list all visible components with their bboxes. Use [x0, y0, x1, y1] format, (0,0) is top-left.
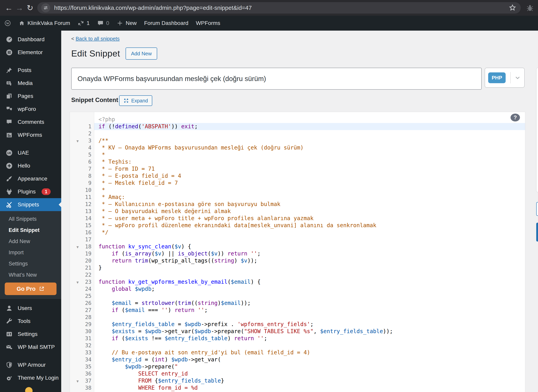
expand-button[interactable]: Expand	[119, 95, 152, 106]
code-line-18[interactable]: ▼18function kv_sync_clean($v) {	[70, 243, 525, 250]
code-line-28[interactable]: 28	[70, 314, 525, 321]
new-content-menu[interactable]: New	[117, 20, 136, 27]
code-editor[interactable]: <?php1if (!defined('ABSPATH')) exit;2▼3/…	[70, 112, 525, 392]
sidebar-item-comments[interactable]: Comments	[0, 116, 61, 129]
code-line-7[interactable]: 7 * – Form ID = 71	[70, 165, 525, 173]
code-line-33[interactable]: 33 // Bu e-postaya ait son entry_id'yi b…	[70, 349, 525, 356]
site-name-menu[interactable]: KlinikVaka Forum	[19, 20, 70, 27]
code-line-20[interactable]: 20 return trim(wp_strip_all_tags((string…	[70, 257, 525, 264]
code-line-29[interactable]: 29 $entry_fields_table = $wpdb->prefix .…	[70, 321, 525, 328]
comments-menu[interactable]: 0	[97, 20, 109, 27]
chevron-down-icon[interactable]	[514, 74, 521, 81]
sidebar-item-uae[interactable]: UEUAE	[0, 146, 61, 159]
code-line-30[interactable]: 30 $exists = $wpdb->get_var($wpdb->prepa…	[70, 328, 525, 335]
sidebar-item-posts[interactable]: Posts	[0, 64, 61, 77]
submenu-item-import[interactable]: Import	[0, 247, 61, 258]
extension-icon[interactable]	[525, 3, 534, 12]
code-line-2[interactable]: 2	[70, 130, 525, 137]
code-line-35[interactable]: 35 $wpdb->prepare("	[70, 363, 525, 370]
sidebar-item-snippets[interactable]: Snippets	[0, 198, 61, 211]
sidebar-item-settings[interactable]: Settings	[0, 328, 61, 341]
code-line-text: *	[94, 151, 525, 158]
sidebar-item-dashboard[interactable]: Dashboard	[0, 33, 61, 46]
gutter-cell: 21	[70, 264, 94, 271]
forum-dashboard-menu[interactable]: Forum Dashboard	[144, 20, 189, 26]
browser-back-button[interactable]: ←	[4, 3, 14, 13]
add-new-button[interactable]: Add New	[126, 47, 157, 60]
code-line-25[interactable]: 25	[70, 293, 525, 300]
site-info-icon[interactable]	[41, 3, 50, 12]
snippet-title-input[interactable]	[71, 68, 482, 90]
fold-arrow-icon[interactable]: ▼	[76, 279, 80, 286]
code-line-6[interactable]: 6 * Teşhis:	[70, 158, 525, 165]
sidebar-item-wpforo[interactable]: wpForo	[0, 103, 61, 116]
code-line-24[interactable]: 24 global $wpdb;	[70, 285, 525, 293]
code-line-11[interactable]: 11 * Amaç:	[70, 194, 525, 201]
code-line-text: * – Kullanıcının e-postasına göre son ba…	[94, 201, 525, 208]
code-line-php-open[interactable]: <?php	[70, 116, 525, 123]
fold-arrow-icon[interactable]: ▼	[76, 138, 80, 145]
code-line-14[interactable]: 14 * – user meta + wpForo title + wpForo…	[70, 215, 525, 222]
code-line-10[interactable]: 10 *	[70, 187, 525, 194]
sidebar-item-users[interactable]: Users	[0, 302, 61, 315]
sidebar-item-partial[interactable]	[0, 384, 61, 392]
code-line-36[interactable]: 36 SELECT entry_id	[70, 370, 525, 377]
submenu-item-all-snippets[interactable]: All Snippets	[0, 214, 61, 225]
updates-menu[interactable]: 1	[78, 20, 90, 27]
wp-logo-menu[interactable]: W	[4, 20, 11, 27]
browser-forward-button[interactable]: →	[14, 3, 25, 13]
code-line-16[interactable]: 16 */	[70, 229, 525, 236]
cutoff-secondary-button[interactable]	[536, 202, 538, 216]
code-line-27[interactable]: 27 if ($email === '') return '';	[70, 307, 525, 314]
code-line-23[interactable]: ▼23function kv_get_wpforms_meslek_by_ema…	[70, 278, 525, 285]
sidebar-item-wp-armour[interactable]: WP Armour	[0, 359, 61, 371]
sidebar-item-wpforms[interactable]: WPForms	[0, 129, 61, 141]
browser-reload-button[interactable]: ↻	[25, 3, 35, 13]
code-line-4[interactable]: 4 * KV – Onayda WPForms başvurusundan me…	[70, 144, 525, 151]
code-line-9[interactable]: 9 * – Meslek field_id = 7	[70, 180, 525, 187]
submenu-item-add-new[interactable]: Add New	[0, 236, 61, 247]
sidebar-item-plugins[interactable]: Plugins1	[0, 185, 61, 198]
code-line-31[interactable]: 31 if ($exists !== $entry_fields_table) …	[70, 335, 525, 342]
code-line-21[interactable]: 21}	[70, 264, 525, 271]
code-line-1[interactable]: 1if (!defined('ABSPATH')) exit;	[70, 123, 525, 130]
code-line-22[interactable]: 22	[70, 271, 525, 278]
code-line-17[interactable]: 17	[70, 236, 525, 243]
code-line-5[interactable]: 5 *	[70, 151, 525, 158]
code-line-8[interactable]: 8 * – E-posta field_id = 4	[70, 173, 525, 180]
code-line-37[interactable]: ▼37 FROM {$entry_fields_table}	[70, 377, 525, 384]
sidebar-item-hello[interactable]: Hello	[0, 159, 61, 172]
sidebar-item-pages[interactable]: Pages	[0, 90, 61, 103]
submenu-item-settings[interactable]: Settings	[0, 258, 61, 269]
sidebar-item-media[interactable]: Media	[0, 77, 61, 90]
sidebar-item-theme-my-login[interactable]: Theme My Login	[0, 371, 61, 384]
code-area[interactable]: <?php1if (!defined('ABSPATH')) exit;2▼3/…	[70, 116, 525, 392]
wpforms-menu[interactable]: WPForms	[196, 20, 220, 26]
code-line-13[interactable]: 13 * – O başvurudaki meslek değerini alm…	[70, 208, 525, 215]
sidebar-item-wp-mail-smtp[interactable]: WP Mail SMTP	[0, 341, 61, 354]
code-line-34[interactable]: 34 $entry_id = (int) $wpdb->get_var(	[70, 356, 525, 363]
code-line-38[interactable]: 38 WHERE form_id = %d	[70, 384, 525, 392]
code-line-text: * – wpForo profil düzenleme ekranındaki …	[94, 222, 525, 229]
submenu-item-edit-snippet[interactable]: Edit Snippet	[0, 225, 61, 236]
code-line-12[interactable]: 12 * – Kullanıcının e-postasına göre son…	[70, 201, 525, 208]
code-line-15[interactable]: 15 * – wpForo profil düzenleme ekranında…	[70, 222, 525, 229]
url-text[interactable]: https://forum.klinikvaka.com/wp-admin/ad…	[54, 5, 508, 11]
fold-arrow-icon[interactable]: ▼	[76, 378, 80, 385]
address-bar[interactable]: https://forum.klinikvaka.com/wp-admin/ad…	[37, 2, 521, 14]
code-line-32[interactable]: 32	[70, 342, 525, 349]
bookmark-star-icon[interactable]	[508, 4, 517, 12]
code-line-19[interactable]: 19 if (is_array($v) || is_object($v)) re…	[70, 250, 525, 257]
language-select[interactable]: PHP	[485, 68, 525, 88]
code-line-26[interactable]: 26 $email = strtolower(trim((string)$ema…	[70, 300, 525, 307]
fold-arrow-icon[interactable]: ▼	[76, 244, 80, 251]
cutoff-primary-button[interactable]	[536, 223, 538, 242]
back-to-snippets-link[interactable]: Back to all snippets	[75, 36, 120, 42]
go-pro-button[interactable]: Go Pro	[5, 283, 56, 295]
sidebar-item-appearance[interactable]: Appearance	[0, 172, 61, 185]
submenu-item-what-s-new[interactable]: What’s New	[0, 269, 61, 280]
sidebar-item-elementor[interactable]: Elementor	[0, 46, 61, 59]
sidebar-item-tools[interactable]: Tools	[0, 315, 61, 328]
code-line-3[interactable]: ▼3/**	[70, 137, 525, 144]
help-icon[interactable]: ?	[510, 114, 520, 121]
